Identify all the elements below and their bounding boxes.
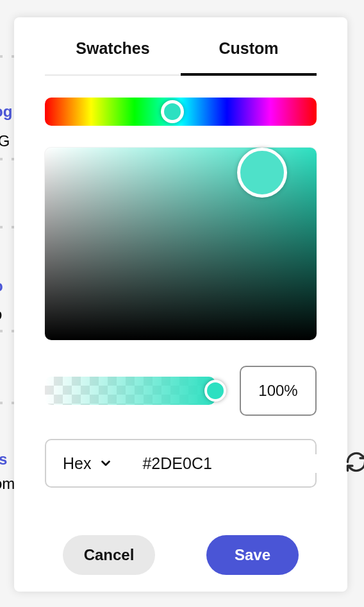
bg-text: o <box>0 305 2 323</box>
bg-text: om <box>0 475 15 493</box>
saturation-value-area[interactable] <box>45 148 317 340</box>
reset-color-button[interactable] <box>345 450 364 476</box>
chevron-down-icon <box>99 456 113 470</box>
format-selected-label: Hex <box>63 454 91 473</box>
tab-custom[interactable]: Custom <box>181 26 317 76</box>
hex-input[interactable] <box>142 454 345 473</box>
alpha-slider[interactable] <box>45 377 215 405</box>
bg-text: /G <box>0 132 10 150</box>
footer-buttons: Cancel Save <box>45 535 317 575</box>
color-value-row: Hex <box>45 439 317 488</box>
hue-slider-thumb[interactable] <box>161 100 184 123</box>
alpha-input[interactable] <box>240 366 317 416</box>
bg-text: ts <box>0 450 7 468</box>
color-picker-panel: Swatches Custom Hex <box>14 17 347 592</box>
reset-icon <box>345 450 364 476</box>
save-button[interactable]: Save <box>206 535 299 575</box>
sv-thumb[interactable] <box>237 148 287 198</box>
format-select[interactable]: Hex <box>63 454 113 473</box>
bg-text: o <box>0 277 3 295</box>
tab-swatches[interactable]: Swatches <box>45 26 181 76</box>
bg-text: og <box>0 103 12 121</box>
cancel-button[interactable]: Cancel <box>63 535 155 575</box>
picker-tabs: Swatches Custom <box>45 26 317 76</box>
alpha-slider-thumb[interactable] <box>204 380 226 402</box>
hue-slider[interactable] <box>45 98 317 126</box>
